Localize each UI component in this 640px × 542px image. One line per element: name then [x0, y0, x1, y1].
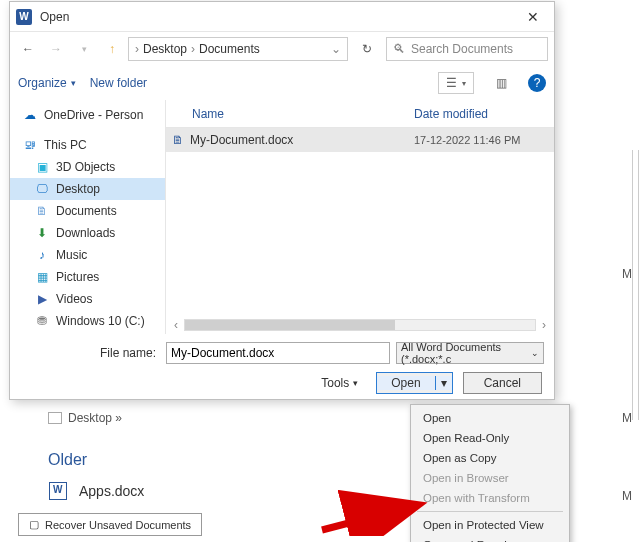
picture-icon: ▦ [34, 270, 50, 284]
pc-icon: 🖳 [22, 138, 38, 152]
open-dropdown-menu: Open Open Read-Only Open as Copy Open in… [410, 404, 570, 542]
forward-button[interactable]: → [44, 37, 68, 61]
refresh-button[interactable]: ↻ [352, 42, 382, 56]
drive-icon: ⛃ [34, 314, 50, 328]
document-icon: 🗎 [34, 204, 50, 218]
menu-open-browser: Open in Browser [411, 468, 569, 488]
view-mode-button[interactable]: ☰▾ [438, 72, 474, 94]
search-icon: 🔍︎ [393, 42, 405, 56]
video-icon: ▶ [34, 292, 50, 306]
download-icon: ⬇ [34, 226, 50, 240]
recover-icon: ▢ [29, 518, 39, 531]
tree-this-pc[interactable]: 🖳This PC [10, 134, 165, 156]
word-app-icon: W [16, 9, 32, 25]
col-name[interactable]: Name [176, 107, 414, 121]
toolbar: Organize▾ New folder ☰▾ ▥ ? [10, 66, 554, 100]
filename-input[interactable] [166, 342, 390, 364]
dialog-title: Open [40, 10, 518, 24]
file-name: My-Document.docx [190, 133, 414, 147]
file-apps-docx[interactable]: Apps.docx [49, 482, 144, 500]
chevron-down-icon: ⌄ [531, 348, 539, 358]
chevron-down-icon[interactable]: ⌄ [331, 42, 341, 56]
tree-music[interactable]: ♪Music [10, 244, 165, 266]
file-type-filter[interactable]: All Word Documents (*.docx;*.c⌄ [396, 342, 544, 364]
new-folder-button[interactable]: New folder [90, 76, 147, 90]
open-button[interactable]: Open [377, 376, 435, 390]
chevron-left-icon[interactable]: ‹ [174, 318, 178, 332]
recent-dropdown[interactable]: ▾ [72, 37, 96, 61]
tree-onedrive[interactable]: ☁OneDrive - Person [10, 104, 165, 126]
menu-open-protected[interactable]: Open in Protected View [411, 515, 569, 535]
annotation-arrow [318, 490, 428, 536]
nav-tree: ☁OneDrive - Person 🖳This PC ▣3D Objects … [10, 100, 166, 334]
chevron-right-icon[interactable]: › [542, 318, 546, 332]
up-button[interactable]: ↑ [100, 37, 124, 61]
bg-text-m3: M [622, 489, 632, 503]
open-dialog: W Open ✕ ← → ▾ ↑ › Desktop › Documents ⌄… [9, 1, 555, 400]
chevron-right-icon: › [191, 42, 195, 56]
file-row[interactable]: 🗎 My-Document.docx 17-12-2022 11:46 PM [166, 128, 554, 152]
tree-pictures[interactable]: ▦Pictures [10, 266, 165, 288]
chevron-right-icon: › [135, 42, 139, 56]
svg-line-0 [322, 506, 414, 530]
titlebar: W Open ✕ [10, 2, 554, 32]
back-button[interactable]: ← [16, 37, 40, 61]
menu-open-transform: Open with Transform [411, 488, 569, 508]
cube-icon: ▣ [34, 160, 50, 174]
bg-text-m1: M [622, 267, 632, 281]
col-date[interactable]: Date modified [414, 107, 554, 121]
tree-downloads[interactable]: ⬇Downloads [10, 222, 165, 244]
help-button[interactable]: ? [528, 74, 546, 92]
filename-label: File name: [20, 346, 160, 360]
menu-open-copy[interactable]: Open as Copy [411, 448, 569, 468]
file-date: 17-12-2022 11:46 PM [414, 134, 554, 146]
close-button[interactable]: ✕ [518, 9, 548, 25]
open-dropdown-toggle[interactable]: ▾ [436, 376, 452, 390]
breadcrumb-desktop[interactable]: Desktop [143, 42, 187, 56]
open-split-button[interactable]: Open ▾ [376, 372, 452, 394]
file-list: Name Date modified 🗎 My-Document.docx 17… [166, 100, 554, 334]
organize-menu[interactable]: Organize▾ [18, 76, 76, 90]
tools-menu[interactable]: Tools▾ [321, 376, 358, 390]
list-icon: ☰ [446, 76, 457, 90]
cancel-button[interactable]: Cancel [463, 372, 542, 394]
desktop-icon: 🖵 [34, 182, 50, 196]
bg-text-m2: M [622, 411, 632, 425]
tree-desktop[interactable]: 🖵Desktop [10, 178, 165, 200]
h-scrollbar[interactable]: ‹ › [166, 316, 554, 334]
address-bar[interactable]: › Desktop › Documents ⌄ [128, 37, 348, 61]
tree-documents[interactable]: 🗎Documents [10, 200, 165, 222]
tree-videos[interactable]: ▶Videos [10, 288, 165, 310]
search-input[interactable]: 🔍︎ Search Documents [386, 37, 548, 61]
tree-windows10[interactable]: ⛃Windows 10 (C:) [10, 310, 165, 332]
chevron-down-icon: ▾ [353, 378, 358, 388]
bg-scrollbar[interactable] [632, 150, 639, 420]
breadcrumb-documents[interactable]: Documents [199, 42, 260, 56]
cloud-icon: ☁ [22, 108, 38, 122]
older-heading: Older [48, 451, 87, 469]
menu-open[interactable]: Open [411, 408, 569, 428]
menu-open-repair[interactable]: Open and Repair [411, 535, 569, 542]
chevron-down-icon: ▾ [71, 78, 76, 88]
recover-unsaved-button[interactable]: ▢ Recover Unsaved Documents [18, 513, 202, 536]
menu-open-readonly[interactable]: Open Read-Only [411, 428, 569, 448]
word-doc-icon [49, 482, 67, 500]
nav-row: ← → ▾ ↑ › Desktop › Documents ⌄ ↻ 🔍︎ Sea… [10, 32, 554, 66]
music-icon: ♪ [34, 248, 50, 262]
menu-separator [417, 511, 563, 512]
word-file-icon: 🗎 [166, 133, 190, 147]
column-headers: Name Date modified [166, 100, 554, 128]
bottom-panel: File name: All Word Documents (*.docx;*.… [10, 334, 554, 406]
tree-windows11[interactable]: ⛃Windows 11 (L:) [10, 332, 165, 334]
background-breadcrumb: Desktop » [48, 411, 122, 425]
preview-pane-button[interactable]: ▥ [488, 72, 514, 94]
tree-3d-objects[interactable]: ▣3D Objects [10, 156, 165, 178]
